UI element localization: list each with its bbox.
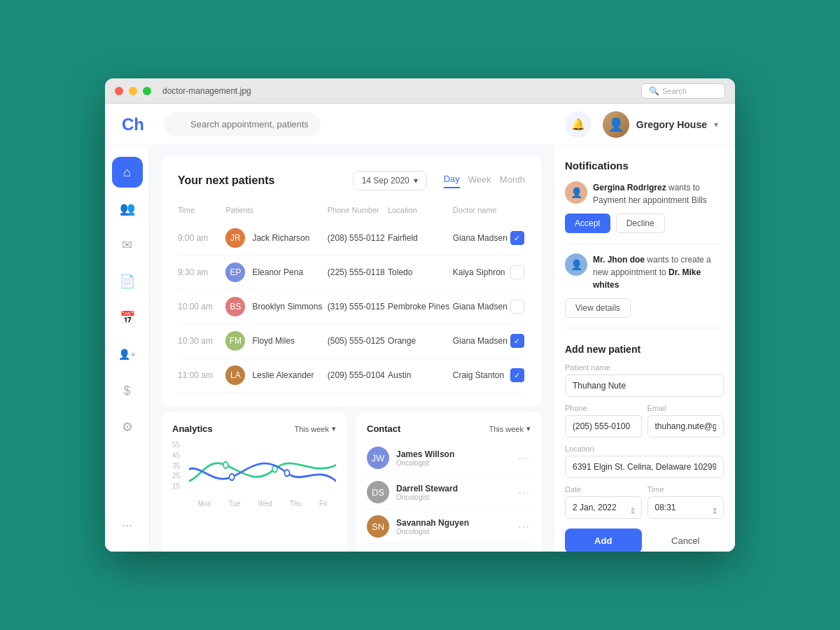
main-panel: Your next patients 14 Sep 2020 ▾ Day Wee… [150,146,553,552]
patients-title: Your next patients [178,174,274,187]
checkbox[interactable]: ✓ [510,231,524,245]
time-group: Time ⇕ [648,485,724,526]
patient-name-input[interactable] [565,374,724,397]
user-avatar: 👤 [603,111,629,138]
right-panel: Notifications 👤 Gergina Rodrigrez wants … [553,146,735,552]
gear-icon: ⚙ [122,419,133,435]
patient-cell: BS Brooklyn Simmons [225,290,327,324]
phone-cell: (319) 555-0115 [328,290,388,324]
date-input[interactable] [565,496,642,519]
sidebar-item-home[interactable]: ⌂ [112,157,143,188]
table-row: 9:30 am EP Eleanor Pena (225) 555-0118 T… [178,255,525,290]
checkbox[interactable] [510,265,524,279]
contact-role: Oncologist [396,528,511,536]
analytics-chart [189,441,336,497]
sidebar-item-calendar[interactable]: 📅 [112,302,143,333]
user-name: Gregory House [636,119,707,130]
titlebar-search[interactable]: 🔍 Search [641,83,725,99]
chevron-down-icon: ▾ [414,176,418,186]
contact-name: Savannah Nguyen [396,518,511,528]
phone-cell: (225) 555-0118 [328,255,388,290]
check-cell[interactable]: ✓ [510,358,525,393]
location-input[interactable] [565,456,724,478]
check-cell[interactable] [510,255,525,290]
patients-section: Your next patients 14 Sep 2020 ▾ Day Wee… [161,157,542,407]
table-row: 10:30 am FM Floyd Miles (505) 555-0125 O… [178,324,525,358]
doctor-cell: Giana Madsen [453,290,510,324]
contact-info: Savannah Nguyen Oncologist [396,518,511,536]
sidebar-item-billing[interactable]: $ [112,375,143,406]
time-input-wrap: ⇕ [648,496,724,526]
search-input[interactable] [164,112,321,136]
more-button[interactable]: ··· [112,510,143,540]
sidebar-item-patients[interactable]: 👥 [112,193,143,224]
cancel-button[interactable]: Cancel [648,528,724,552]
avatar-image: 👤 [603,111,629,138]
doctor-cell: Kaiya Siphron [453,255,510,290]
date-picker-button[interactable]: 14 Sep 2020 ▾ [353,171,427,190]
notifications-title: Notifications [565,160,724,172]
sidebar-item-add-patient[interactable]: 👤+ [112,339,143,370]
bottom-panels: Analytics This week ▾ 55 45 [161,412,542,552]
contact-period-select[interactable]: This week ▾ [489,424,531,433]
view-details-button[interactable]: View details [565,298,631,318]
location-cell: Fairfield [388,221,453,255]
contact-panel: Contact This week ▾ JW James Willson Onc… [356,412,542,552]
more-options-button[interactable]: ··· [518,521,531,532]
patient-cell: LA Leslie Alexander [225,358,327,393]
sidebar-item-messages[interactable]: ✉ [112,230,143,260]
checkbox[interactable]: ✓ [510,368,524,382]
time-cell: 10:30 am [178,324,225,358]
billing-icon: $ [123,384,130,398]
contact-avatar: JW [367,447,389,469]
phone-cell: (208) 555-0112 [328,221,388,255]
analytics-period-select[interactable]: This week ▾ [294,424,336,433]
sidebar-item-documents[interactable]: 📄 [112,266,143,297]
time-input[interactable] [648,496,724,519]
email-input[interactable] [648,415,724,438]
contact-info: James Willson Oncologist [396,449,511,467]
form-actions: Add Cancel [565,528,724,552]
date-value: 14 Sep 2020 [362,176,410,186]
doctor-cell: Giana Madsen [453,221,510,255]
maximize-button[interactable] [143,87,151,95]
more-options-button[interactable]: ··· [518,452,531,463]
email-group: Email [648,404,724,444]
check-cell[interactable]: ✓ [510,221,525,255]
checkbox[interactable]: ✓ [510,334,524,348]
more-options-button[interactable]: ··· [518,486,531,498]
phone-input[interactable] [565,415,642,438]
analytics-panel: Analytics This week ▾ 55 45 [161,412,347,552]
accept-button[interactable]: Accept [565,214,610,233]
analytics-header: Analytics This week ▾ [172,424,336,434]
chevron-down-icon: ▾ [526,424,531,433]
minimize-button[interactable] [129,87,137,95]
date-label: Date [565,485,642,493]
calendar-icon: 📅 [120,310,135,326]
table-row: 10:00 am BS Brooklyn Simmons (319) 555-0… [178,290,525,324]
patient-cell: JR Jack Richarson [225,221,327,255]
user-menu[interactable]: 👤 Gregory House ▾ [603,111,718,138]
tab-week[interactable]: Week [468,174,491,188]
contact-item: DS Darrell Steward Oncologist ··· [367,475,531,510]
time-cell: 9:30 am [178,255,225,290]
check-cell[interactable]: ✓ [510,324,525,358]
contact-item: JW James Willson Oncologist ··· [367,441,531,475]
checkbox[interactable] [510,300,524,314]
chevron-down-icon: ▾ [714,120,718,130]
notif-header-2: 👤 Mr. Jhon doe wants to create a new app… [565,253,724,291]
tab-month[interactable]: Month [500,174,525,188]
date-group: Date ⇕ [565,485,642,526]
decline-button[interactable]: Decline [616,214,665,233]
notification-button[interactable]: 🔔 [565,111,592,138]
sidebar-item-settings[interactable]: ⚙ [112,412,143,442]
close-button[interactable] [115,87,123,95]
search-icon: 🔍 [649,86,659,96]
check-cell[interactable] [510,290,525,324]
search-wrap: 🔍 [164,112,388,136]
app-container: Ch 🔍 🔔 👤 Gregory House ▾ [105,104,735,552]
patients-header: Your next patients 14 Sep 2020 ▾ Day Wee… [178,171,525,190]
home-icon: ⌂ [123,165,131,180]
add-button[interactable]: Add [565,528,642,552]
tab-day[interactable]: Day [444,174,460,188]
